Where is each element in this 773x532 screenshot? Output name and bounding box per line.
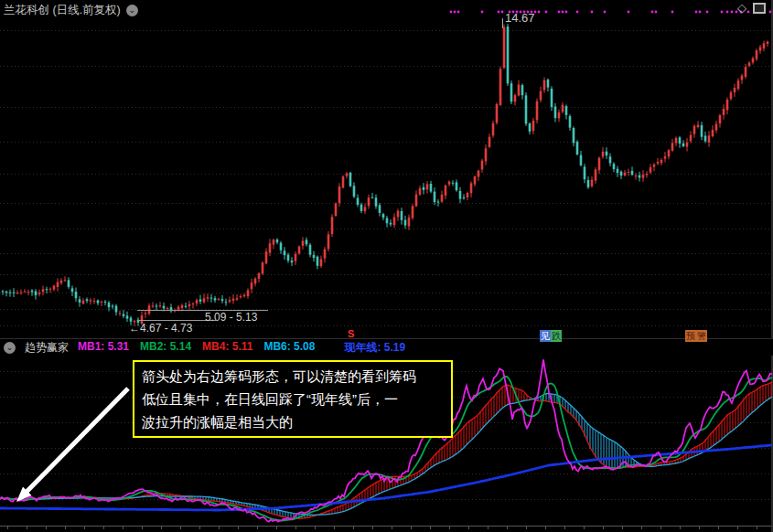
corner-tools: ◇ [737,2,766,14]
signal-tag: 见跌 [540,330,562,342]
indicator-field-year: 现年线: 5.19 [344,340,405,356]
peak-price-label: 14.67 [505,11,535,25]
annotation-note-box: 箭头处为右边筹码形态，可以清楚的看到筹码 低位且集中，在日线回踩了“现年线”后，… [133,360,453,438]
chevron-down-icon[interactable]: ⌄ [126,5,138,16]
annotation-line: 低位且集中，在日线回踩了“现年线”后，一 [142,388,444,410]
signal-tag-char: 预 [685,330,696,342]
stock-title: 兰花科创 (日线.前复权) [4,3,121,18]
diamond-icon[interactable]: ◇ [737,2,746,14]
annotation-line: 箭头处为右边筹码形态，可以清楚的看到筹码 [142,365,444,388]
indicator-field-mb1: MB1: 5.31 [78,340,129,356]
signal-tag: 预警 [685,330,707,342]
price-and-indicator-canvas[interactable] [0,0,773,532]
chevron-down-icon[interactable]: ⌄ [4,342,16,354]
chip-level-label-high: 5.09 - 5.13 [205,311,257,324]
indicator-field-mb2: MB2: 5.14 [140,340,191,356]
indicator-values: MB1: 5.31MB2: 5.14MB4: 5.11MB6: 5.08现年线:… [78,340,405,356]
chip-level-label-low: ←4.67 - 4.73 [129,322,192,335]
indicator-header: ⌄ 趋势赢家 MB1: 5.31MB2: 5.14MB4: 5.11MB6: 5… [0,338,773,356]
window-box-icon[interactable] [753,3,766,14]
titlebar: 兰花科创 (日线.前复权) ⌄ [4,3,138,18]
annotation-line: 波拉升的涨幅是相当大的 [142,410,444,433]
sell-signal-marker: S [348,328,354,339]
signal-tag-char: 跌 [551,330,562,342]
trading-app-window: 兰花科创 (日线.前复权) ⌄ ◇ 14.67 5.09 - 5.13 ←4.6… [0,0,773,532]
signal-tag-char: 见 [540,330,551,342]
signal-tag-char: 警 [696,330,707,342]
indicator-name: 趋势赢家 [25,340,69,356]
indicator-field-mb4: MB4: 5.11 [202,340,252,356]
indicator-field-mb6: MB6: 5.08 [263,340,315,356]
